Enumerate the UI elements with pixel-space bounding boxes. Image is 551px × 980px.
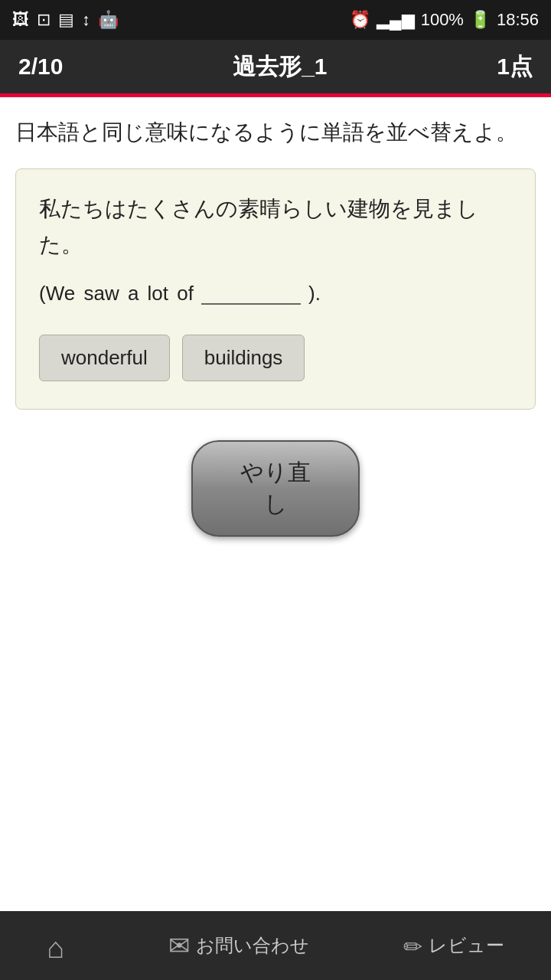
word-a: a — [122, 282, 139, 305]
instruction-text: 日本語と同じ意味になるように単語を並べ替えよ。 — [15, 116, 536, 150]
word-chip-wonderful[interactable]: wonderful — [39, 335, 170, 381]
retry-button[interactable]: やり直し — [191, 440, 360, 537]
status-right: ⏰ ▂▄▆ 100% 🔋 18:56 — [350, 10, 539, 30]
word-saw: saw — [78, 282, 119, 305]
word-of: of — [171, 282, 194, 305]
page-title: 過去形_1 — [233, 51, 327, 83]
clock: 18:56 — [497, 10, 539, 30]
alarm-icon: ⏰ — [350, 10, 370, 30]
photo-icon: 🖼 — [12, 10, 29, 30]
bottom-navigation: お問い合わせ レビュー — [0, 911, 551, 980]
mail-icon — [168, 930, 190, 961]
home-icon — [47, 932, 74, 959]
nav-review[interactable]: レビュー — [403, 931, 504, 961]
main-content: 日本語と同じ意味になるように単語を並べ替えよ。 私たちはたくさんの素晴らしい建物… — [0, 97, 551, 911]
review-icon — [403, 931, 422, 961]
nav-home[interactable] — [47, 932, 74, 959]
wifi-icon: ⊡ — [37, 10, 51, 30]
nav-contact[interactable]: お問い合わせ — [168, 930, 309, 961]
word-end: ). — [308, 282, 321, 305]
progress-indicator: 2/10 — [18, 54, 63, 80]
arrow-icon: ↕ — [82, 10, 90, 30]
score-display: 1点 — [497, 51, 533, 83]
battery-icon: 🔋 — [470, 10, 491, 30]
word-chip-buildings[interactable]: buildings — [182, 335, 305, 381]
battery-percent: 100% — [421, 10, 464, 30]
status-icons: 🖼 ⊡ ▤ ↕ 🤖 — [12, 10, 119, 30]
exercise-card: 私たちはたくさんの素晴らしい建物を見ました。 (We saw a lot of … — [15, 168, 536, 410]
blank-slot — [201, 282, 301, 305]
japanese-text: 私たちはたくさんの素晴らしい建物を見ました。 — [39, 191, 512, 263]
review-label: レビュー — [429, 933, 504, 958]
signal-bars: ▂▄▆ — [377, 10, 415, 30]
sim-icon: ▤ — [58, 10, 74, 30]
header: 2/10 過去形_1 1点 — [0, 40, 551, 93]
english-sentence: (We saw a lot of ). — [39, 282, 512, 305]
word-we: (We — [39, 282, 75, 305]
word-lot: lot — [142, 282, 168, 305]
android-icon: 🤖 — [98, 10, 119, 30]
word-chip-wonderful-label: wonderful — [61, 346, 148, 369]
status-bar: 🖼 ⊡ ▤ ↕ 🤖 ⏰ ▂▄▆ 100% 🔋 18:56 — [0, 0, 551, 40]
word-chip-buildings-label: buildings — [204, 346, 283, 369]
word-choices-container: wonderful buildings — [39, 328, 512, 381]
contact-label: お問い合わせ — [196, 933, 309, 958]
